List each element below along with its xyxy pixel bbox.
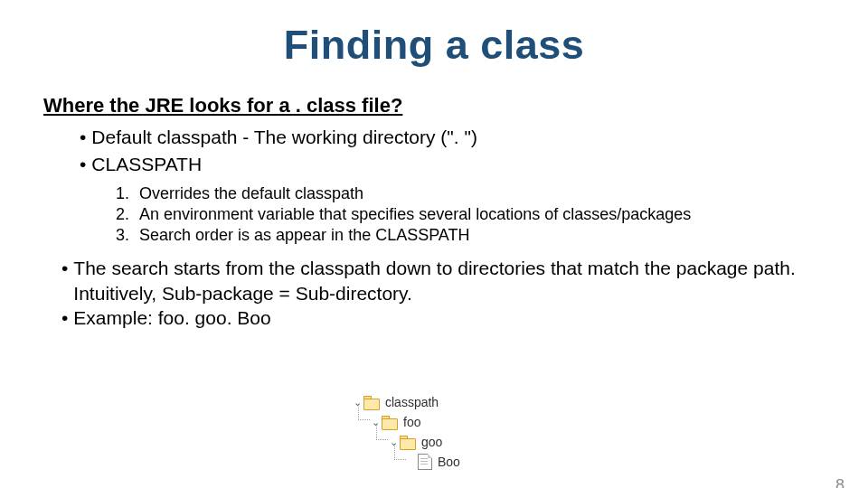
slide-title: Finding a class [0,22,868,69]
bullet-item: • Example: foo. goo. Boo [61,305,821,331]
item-text: Overrides the default classpath [139,184,363,202]
list-item: 1.Overrides the default classpath [116,183,868,204]
bullet-text: The search starts from the classpath dow… [73,256,821,305]
bullet-text: Example: foo. goo. Boo [73,305,821,331]
bullet-text: Default classpath - The working director… [91,127,477,147]
tree-node: Boo [405,452,460,472]
bullet-list-a: •Default classpath - The working directo… [80,125,868,178]
item-text: An environment variable that specifies s… [139,205,691,223]
bullet-icon: • [61,305,68,331]
bullet-text: CLASSPATH [91,154,202,174]
bullet-icon: • [80,127,86,147]
tree-node: ⌄ classpath [351,392,460,412]
folder-icon [400,436,416,448]
bullet-list-b: • The search starts from the classpath d… [61,256,821,331]
tree-node: ⌄ foo [369,412,460,432]
folder-icon [382,416,398,428]
tree-label: Boo [438,455,460,469]
tree-label: classpath [385,395,439,409]
list-item: 3.Search order is as appear in the CLASS… [116,225,868,246]
item-text: Search order is as appear in the CLASSPA… [139,226,470,244]
list-item: 2.An environment variable that specifies… [116,204,868,225]
folder-tree: ⌄ classpath ⌄ foo ⌄ goo Boo [351,392,460,472]
slide: Finding a class Where the JRE looks for … [0,22,868,488]
tree-label: foo [403,415,420,429]
file-icon [418,454,432,470]
subheading: Where the JRE looks for a . class file? [43,94,868,117]
bullet-icon: • [80,154,86,174]
page-number: 8 [835,476,844,488]
tree-label: goo [421,435,442,449]
item-number: 1. [116,183,139,204]
item-number: 2. [116,204,139,225]
bullet-item: • The search starts from the classpath d… [61,256,821,305]
bullet-item: •Default classpath - The working directo… [80,125,868,150]
item-number: 3. [116,225,139,246]
bullet-icon: • [61,256,68,305]
numbered-list: 1.Overrides the default classpath 2.An e… [116,183,868,247]
folder-icon [363,396,380,408]
bullet-item: •CLASSPATH [80,152,868,177]
